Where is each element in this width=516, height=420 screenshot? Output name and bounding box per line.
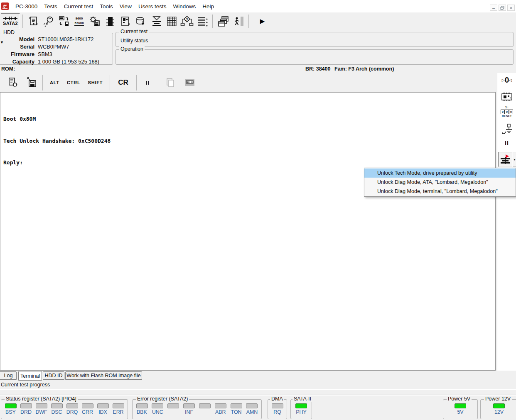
probe-ground-icon: [501, 123, 513, 136]
cascade-windows-button[interactable]: [215, 13, 231, 29]
chevron-down-icon: ▼: [513, 158, 516, 161]
menu-item-unlock-diag-terminal[interactable]: Unlock Diag Mode, terminal, "Lombard, Me…: [364, 187, 516, 196]
tab-log[interactable]: Log: [0, 371, 17, 380]
menu-pc3000[interactable]: PC-3000: [12, 3, 41, 10]
rom-status-bar: ROM: BR: 38400 Fam: F3 Arch (common): [0, 66, 516, 73]
terminal-line: Reply:: [3, 159, 495, 166]
svg-text:?: ?: [186, 17, 188, 21]
menu-tests[interactable]: Tests: [41, 3, 61, 10]
led-rq: RQ: [270, 403, 285, 415]
terminal-save-button[interactable]: [24, 75, 39, 90]
led-indicator: [152, 403, 163, 408]
led-ton: TON: [229, 403, 243, 415]
keyboard-icon: [184, 77, 196, 88]
led-dwf: DWF: [34, 403, 49, 415]
loader-button[interactable]: [148, 13, 164, 29]
led-indicator: [167, 403, 179, 408]
reset-counters-button[interactable]: 1↓ 000 RESET: [497, 106, 516, 118]
unlock-mode-button[interactable]: [498, 152, 512, 167]
unlock-dropdown-button[interactable]: ▼: [513, 152, 516, 167]
database-export-button[interactable]: [133, 13, 148, 29]
start-test-button[interactable]: ▶: [255, 13, 270, 29]
baud-rate-button[interactable]: 9600 57600: [71, 13, 87, 29]
terminal-pause-button[interactable]: II: [140, 80, 155, 86]
terminal-line: Boot 0x80M: [3, 115, 495, 123]
tab-hdd-id[interactable]: HDD ID: [43, 371, 64, 380]
pcb-card-icon: [119, 15, 132, 27]
sector-map-button[interactable]: [164, 13, 179, 29]
main-toolbar: SATA2 9600 57600: [0, 12, 516, 29]
list-dots-icon: [196, 15, 209, 27]
sata-panel: SATA-II PHY: [290, 399, 312, 419]
unlock-context-menu: Unlock Tech Mode, drive prepared by util…: [364, 168, 516, 197]
side-pause-button[interactable]: II: [497, 140, 516, 147]
restore-button[interactable]: [499, 5, 506, 11]
operation-title: Operation: [119, 46, 145, 52]
board-resources-button[interactable]: [118, 13, 133, 29]
led-indicator: [113, 403, 124, 408]
toolbar-separator: [42, 75, 43, 90]
menu-current-test[interactable]: Current test: [61, 3, 97, 10]
menu-users-tests[interactable]: Users tests: [135, 3, 170, 10]
save-floppy-icon: [26, 77, 37, 88]
drive-power-button[interactable]: [41, 13, 56, 29]
terminal-keyboard-button[interactable]: [182, 75, 197, 90]
cr-button[interactable]: CR: [113, 78, 133, 87]
led-err: ERR: [111, 403, 125, 415]
close-button[interactable]: ×: [507, 5, 515, 11]
zero-mark-icon: ▷0◁: [502, 76, 512, 85]
rom-image-button[interactable]: [497, 91, 516, 102]
toolbar-separator: [248, 15, 249, 28]
play-icon: ▶: [260, 17, 265, 25]
tab-terminal[interactable]: Terminal: [18, 371, 42, 381]
port-select-button[interactable]: SATA2: [1, 13, 20, 29]
capacity-label: Capacity: [0, 59, 34, 65]
led-amn: AMN: [245, 403, 259, 415]
progress-label: Current test progress: [1, 382, 50, 388]
menu-windows[interactable]: Windows: [170, 3, 199, 10]
menu-view[interactable]: View: [116, 3, 135, 10]
led-unc: UNC: [150, 403, 165, 415]
power-control-button[interactable]: [497, 123, 516, 136]
led-indicator: [36, 403, 47, 408]
exit-button[interactable]: [231, 13, 246, 29]
menu-help[interactable]: Help: [199, 3, 217, 10]
led-indicator: [231, 403, 242, 408]
menu-item-unlock-tech-mode[interactable]: Unlock Tech Mode, drive prepared by util…: [364, 168, 516, 178]
terminal-output[interactable]: Boot 0x80M Tech Unlock Handshake: 0xC500…: [0, 92, 496, 371]
led-indicator: [272, 403, 283, 408]
terminal-line: Tech Unlock Handshake: 0xC500D248: [3, 137, 495, 145]
ctrl-key-button[interactable]: CTRL: [63, 80, 84, 85]
terminal-settings-button[interactable]: [5, 75, 20, 90]
tab-flash-rom[interactable]: Work with Flash ROM image file: [65, 371, 142, 380]
drive-reconnect-button[interactable]: [56, 13, 71, 29]
rom-chip-button[interactable]: [102, 13, 118, 29]
diagnostics-wizard-button[interactable]: ?: [179, 13, 194, 29]
menu-item-unlock-diag-ata[interactable]: Unlock Diag Mode, ATA, "Lombard, Megalod…: [364, 178, 516, 187]
shift-key-button[interactable]: SHIFT: [84, 80, 107, 85]
led-idx: IDX: [96, 403, 110, 415]
menu-tools[interactable]: Tools: [96, 3, 116, 10]
script-list-button[interactable]: [194, 13, 210, 29]
zero-fill-button[interactable]: ▷0◁: [497, 76, 516, 85]
window-controls: – ×: [490, 5, 515, 11]
operation-panel: Operation: [115, 49, 514, 65]
led-indicator: [455, 403, 466, 408]
led-indicator: [66, 403, 78, 408]
serial-label: Serial: [0, 44, 34, 50]
utility-settings-button[interactable]: [87, 13, 102, 29]
dma-panel: DMA RQ: [268, 399, 287, 419]
copy-button[interactable]: [162, 75, 178, 90]
pc3000-window: PC-3000 Tests Current test Tools View Us…: [0, 0, 516, 420]
cascade-windows-icon: [217, 15, 229, 27]
pause-icon: II: [505, 140, 509, 147]
drive-info-button[interactable]: [25, 13, 41, 29]
minimize-button[interactable]: –: [490, 5, 497, 11]
led-drq: DRQ: [65, 403, 79, 415]
collapse-arrow-icon[interactable]: ▼: [0, 40, 4, 44]
database-arrow-icon: [135, 15, 147, 27]
doc-gear-icon: [7, 77, 19, 88]
firmware-label: Firmware: [0, 51, 34, 57]
current-test-title: Current test: [119, 29, 149, 35]
alt-key-button[interactable]: ALT: [46, 80, 63, 85]
